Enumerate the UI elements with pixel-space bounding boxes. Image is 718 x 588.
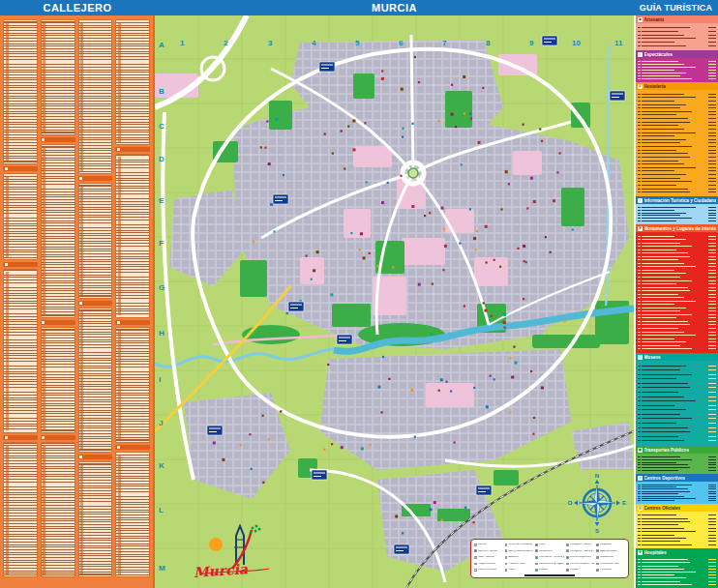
guide-entry [638, 218, 716, 219]
guide-entry [638, 521, 716, 522]
guide-entry [638, 566, 716, 567]
legend-item: Parque o Jardín [474, 561, 503, 568]
guide-entry [638, 266, 716, 267]
scale-bar [524, 574, 575, 576]
guide-entry [638, 167, 716, 168]
grid-number-3: 3 [268, 39, 272, 47]
guide-entry [638, 101, 716, 102]
grid-letter-D: D [159, 155, 165, 163]
map-artwork: N E S O [155, 15, 634, 588]
legend-item: Centro de Enseñanza [505, 542, 534, 548]
guide-entry [638, 559, 716, 560]
guide-entry [638, 335, 716, 336]
guide-entry [638, 418, 716, 419]
city-map: N E S O 1234567891011 ABCDEFGHIJKLM [155, 15, 634, 588]
guide-entry [638, 348, 716, 349]
guide-entry [638, 574, 716, 575]
guide-entry [638, 332, 716, 333]
legend-color-chip [566, 549, 569, 552]
grid-number-6: 6 [399, 39, 403, 47]
guide-entry [638, 462, 716, 463]
legend-item: Plaza de Toros [505, 561, 534, 568]
compass-east-label: E [622, 500, 626, 506]
guide-entry [638, 496, 716, 497]
legend-label: Edificios Públicos [478, 550, 497, 553]
guide-entry [638, 436, 716, 437]
guide-section-title: Espectáculos [644, 52, 673, 57]
street-index-letter-header [115, 147, 150, 152]
guide-entry [638, 544, 716, 545]
legend-label: Museos [539, 569, 548, 572]
grid-letter-C: C [159, 122, 165, 131]
legend-item: Museos [535, 567, 564, 573]
guide-entry [638, 243, 716, 244]
street-list-block [3, 173, 38, 260]
guide-entry [638, 486, 716, 487]
logo-sun [209, 538, 223, 551]
grid-number-8: 8 [486, 39, 490, 47]
legend-item: Estación de Taxis [596, 561, 625, 568]
guide-entry [638, 538, 716, 539]
guide-entry [638, 572, 716, 573]
guide-section-entries [636, 454, 718, 474]
legend-color-chip [566, 556, 569, 559]
guide-entry [638, 70, 716, 71]
grid-letter-E: E [159, 196, 164, 205]
guide-entry [638, 207, 716, 208]
guide-entry [638, 94, 716, 95]
murcia-tourist-map-poster: CALLEJERO MURCIA GUÍA TURÍSTICA [0, 0, 718, 588]
guide-entry [638, 414, 716, 415]
guide-entry [638, 427, 716, 428]
grid-number-10: 10 [572, 39, 581, 47]
street-list-block [78, 308, 113, 453]
legend-label: Estación de Taxis [600, 563, 619, 566]
guide-entry [638, 366, 716, 367]
legend-color-chip [505, 549, 508, 552]
legend-color-chip [535, 544, 538, 546]
guide-entry [638, 35, 716, 36]
guide-section-icon: ▣ [638, 448, 643, 453]
legend-item: Centros Oficiales, Policía y Correos [566, 561, 595, 568]
street-list-block [3, 269, 38, 433]
guide-entry [638, 178, 716, 179]
grid-letter-F: F [159, 239, 164, 248]
legend-item: Edificios Públicos [474, 548, 503, 555]
murcia-logo: Murcia [192, 518, 279, 586]
guide-entry [638, 314, 716, 315]
street-index-letter-header [78, 176, 113, 181]
legend-label: Templos [570, 569, 580, 572]
guide-entry [638, 118, 716, 119]
guide-entry [638, 97, 716, 98]
street-index-letter-header [115, 320, 150, 325]
guide-entry [638, 531, 716, 532]
legend-label: Cine y Salón de Actos [508, 550, 532, 553]
legend-item: Aparcamientos [596, 548, 625, 555]
guide-entry [638, 210, 716, 211]
city-title: MURCIA [155, 2, 634, 14]
guide-section-header: ◎Centros Deportivos [636, 474, 718, 482]
guide-section-header: ΨHostelería [636, 82, 718, 90]
grid-letter-A: A [159, 41, 165, 49]
street-index-letter-header [41, 137, 75, 142]
legend-color-chip [535, 569, 538, 572]
guide-entry [638, 189, 716, 190]
legend-color-chip [474, 569, 477, 572]
guide-entry [638, 27, 716, 28]
guide-section-icon: i [638, 198, 643, 203]
guide-section-title: Centros Deportivos [644, 476, 686, 481]
guide-entry [638, 328, 716, 329]
guide-section-monumentos-y-lugares-de-inter-s: ♜Monumentos y Lugares de Interés [636, 224, 718, 353]
guide-section-title: Centros Oficiales [644, 506, 681, 511]
guide-section-icon: ☻ [638, 17, 643, 22]
guide-section-header: ☻Artesanía [636, 15, 718, 23]
guide-entry [638, 456, 716, 457]
guide-section-entries [636, 90, 718, 196]
guide-entry [638, 191, 716, 192]
guide-section-artesan-a: ☻Artesanía [636, 15, 718, 50]
street-index-panel [0, 15, 155, 588]
guide-entry [638, 273, 716, 274]
street-index-letter-header [78, 301, 113, 306]
legend-item: Hotel [535, 542, 564, 548]
legend-label: Edificios [478, 544, 488, 546]
guide-entry [638, 111, 716, 112]
